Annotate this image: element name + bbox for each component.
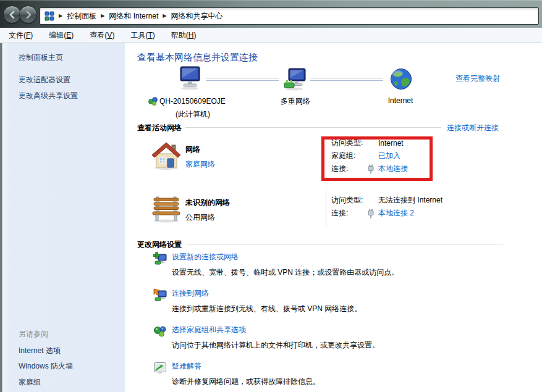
nav-buttons: ▼ (3, 6, 44, 23)
setup-new-connection-link[interactable]: 设置新的连接或网络 (172, 252, 239, 261)
setting-item-homegroup-sharing: 选择家庭组和共享选项 访问位于其他网络计算机上的文件和打印机，或更改共享设置。 (153, 325, 379, 351)
computer-note-label: (此计算机) (176, 109, 210, 120)
setting-item-description: 访问位于其他网络计算机上的文件和打印机，或更改共享设置。 (172, 340, 379, 351)
view-full-map-link[interactable]: 查看完整映射 (455, 73, 500, 84)
menu-help[interactable]: 帮助(H) (171, 30, 197, 41)
homegroup-balls-icon (148, 96, 158, 106)
title-bar: ▼ ▶ 控制面板 ▶ 网络和 Internet ▶ 网络和共享中心 (0, 0, 542, 28)
detail-label: 访问类型: (331, 195, 378, 206)
back-arrow-icon (8, 10, 17, 19)
menu-tools[interactable]: 工具(T) (130, 30, 155, 41)
choose-homegroup-options-link[interactable]: 选择家庭组和共享选项 (172, 325, 246, 334)
sidebar-item-windows-firewall[interactable]: Windows 防火墙 (19, 361, 73, 372)
breadcrumb-arrow[interactable]: ▶ (59, 14, 62, 19)
see-also-header: 另请参阅 (19, 329, 48, 340)
setting-item-new-connection: 设置新的连接或网络 设置无线、宽带、拨号、临时或 VPN 连接；或设置路由器或访… (153, 252, 399, 278)
setting-item-troubleshoot: 疑难解答 诊断并修复网络问题，或获得故障排除信息。 (153, 361, 320, 387)
homegroup-sharing-icon (153, 325, 167, 340)
menu-file[interactable]: 文件(F) (9, 30, 33, 41)
breadcrumb-arrow[interactable]: ▶ (101, 14, 104, 19)
troubleshoot-icon (153, 361, 167, 377)
troubleshoot-link[interactable]: 疑难解答 (172, 362, 201, 370)
menu-bar: 文件(F) 编辑(E) 查看(V) 工具(T) 帮助(H) (0, 28, 542, 43)
section-divider (185, 127, 441, 128)
multiple-networks-icon[interactable] (283, 68, 308, 93)
internet-label: Internet (376, 96, 425, 105)
ethernet-plug-icon (367, 209, 375, 219)
public-network-category: 公用网络 (185, 212, 215, 223)
sidebar-item-change-adapter-settings[interactable]: 更改适配器设置 (19, 75, 70, 85)
sidebar-item-homegroup[interactable]: 家庭组 (19, 377, 41, 388)
section-divider (187, 244, 503, 244)
connect-disconnect-link[interactable]: 连接或断开连接 (447, 123, 499, 133)
forward-arrow-icon (24, 10, 33, 19)
multiple-networks-label: 多重网络 (271, 96, 320, 107)
computer-name-label: QH-20150609EOJE (148, 96, 226, 106)
network-sharing-center-window: ▼ ▶ 控制面板 ▶ 网络和 Internet ▶ 网络和共享中心 文件(F) … (0, 0, 542, 392)
connect-to-network-link[interactable]: 连接到网络 (172, 289, 209, 298)
change-settings-header: 更改网络设置 (137, 240, 182, 250)
main-content: 查看基本网络信息并设置连接 (125, 43, 542, 392)
connect-to-network-icon (153, 288, 167, 304)
new-connection-icon (153, 252, 167, 267)
map-connector-line (206, 78, 279, 81)
page-title: 查看基本网络信息并设置连接 (137, 52, 258, 64)
setting-item-description: 设置无线、宽带、拨号、临时或 VPN 连接；或设置路由器或访问点。 (172, 267, 399, 278)
sidebar: 控制面板主页 更改适配器设置 更改高级共享设置 另请参阅 Internet 选项… (0, 43, 125, 392)
forward-button[interactable] (19, 6, 37, 23)
local-connection-2-link[interactable]: 本地连接 2 (378, 208, 414, 219)
red-highlight-annotation (321, 136, 433, 181)
public-network-bench-icon (151, 195, 182, 225)
active-networks-header: 查看活动网络 (137, 123, 182, 133)
map-connector-line (310, 78, 383, 81)
setting-item-description: 连接到或重新连接到无线、有线、拨号或 VPN 网络连接。 (172, 304, 362, 314)
menu-edit[interactable]: 编辑(E) (49, 30, 74, 41)
details-divider (326, 191, 326, 227)
internet-globe-icon[interactable] (390, 68, 413, 93)
breadcrumb-network-sharing-center[interactable]: 网络和共享中心 (171, 11, 223, 22)
sidebar-item-internet-options[interactable]: Internet 选项 (19, 346, 61, 356)
this-computer-icon[interactable] (176, 65, 203, 93)
menu-view[interactable]: 查看(V) (90, 30, 114, 41)
network-name: 未识别的网络 (185, 198, 230, 208)
breadcrumb-arrow[interactable]: ▶ (163, 14, 166, 19)
back-button[interactable] (3, 6, 21, 23)
breadcrumb-network-internet[interactable]: 网络和 Internet (109, 11, 158, 22)
setting-item-connect: 连接到网络 连接到或重新连接到无线、有线、拨号或 VPN 网络连接。 (153, 288, 362, 314)
home-network-icon (151, 140, 182, 172)
breadcrumb-control-panel[interactable]: 控制面板 (67, 11, 96, 22)
home-network-category-link[interactable]: 家庭网络 (185, 159, 215, 170)
network-center-icon (44, 11, 54, 21)
setting-item-description: 诊断并修复网络问题，或获得故障排除信息。 (172, 377, 320, 387)
sidebar-item-control-panel-home[interactable]: 控制面板主页 (19, 52, 63, 63)
detail-value: 无法连接到 Internet (378, 195, 442, 206)
address-bar[interactable]: ▶ 控制面板 ▶ 网络和 Internet ▶ 网络和共享中心 (40, 7, 539, 25)
network-details: 访问类型: 无法连接到 Internet 连接: 本地连接 2 (331, 194, 442, 220)
network-name: 网络 (185, 144, 200, 155)
sidebar-item-change-advanced-sharing[interactable]: 更改高级共享设置 (19, 91, 78, 101)
